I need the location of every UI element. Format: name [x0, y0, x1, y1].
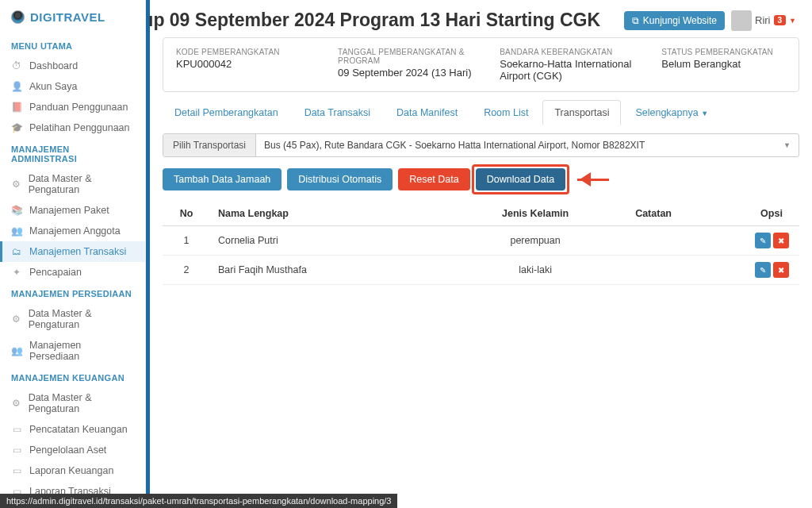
th-nama: Nama Lengkap: [210, 202, 443, 226]
cell-catatan: [627, 226, 744, 256]
cell-kelamin: perempuan: [443, 226, 627, 256]
sidebar-section-title: MANAJEMEN PERSEDIAAN: [0, 283, 145, 303]
nav-anggota[interactable]: 👥Manajemen Anggota: [0, 221, 145, 241]
topbar: ıp 09 September 2024 Program 13 Hari Sta…: [150, 0, 812, 37]
arrow-annotation-icon: [577, 172, 591, 187]
sidebar-section-title: MANAJEMEN KEUANGAN: [0, 367, 145, 387]
nav-master-keu[interactable]: ⚙Data Master & Pengaturan: [0, 387, 145, 419]
cell-kelamin: laki-laki: [443, 256, 627, 285]
nav-lap-keu-label: Laporan Keuangan: [29, 465, 113, 476]
tab-transaksi[interactable]: Data Transaksi: [293, 100, 382, 125]
nav-akun[interactable]: 👤Akun Saya: [0, 76, 145, 97]
th-opsi: Opsi: [744, 202, 799, 226]
nav-master-admin[interactable]: ⚙Data Master & Pengaturan: [0, 168, 145, 200]
nav-pencatatan-label: Pencatatan Keuangan: [29, 424, 128, 435]
info-bandara-label: BANDARA KEBERANGKATAN: [500, 48, 638, 56]
nav-lap-keu[interactable]: ▭Laporan Keuangan: [0, 460, 145, 481]
user-name: Riri: [755, 14, 771, 26]
nav-dashboard-icon: ⏱: [11, 60, 22, 71]
sidebar-section-title: MENU UTAMA: [0, 35, 145, 56]
table-row: 1Cornelia Putriperempuan✎✖: [163, 226, 799, 256]
nav-pencatatan[interactable]: ▭Pencatatan Keuangan: [0, 419, 145, 440]
transport-picker-value: Bus (45 Pax), Rute Bandara CGK - Soekarn…: [264, 140, 645, 151]
transport-select[interactable]: Pilih Transportasi Bus (45 Pax), Rute Ba…: [163, 133, 799, 157]
nav-akun-icon: 👤: [11, 81, 22, 92]
info-tanggal-label: TANGGAL PEMBERANGKATAN & PROGRAM: [338, 48, 476, 65]
edit-icon[interactable]: ✎: [755, 262, 771, 278]
nav-aset[interactable]: ▭Pengelolaan Aset: [0, 440, 145, 460]
brand-icon: [11, 10, 25, 24]
nav-panduan-icon: 📕: [11, 102, 22, 113]
nav-transaksi[interactable]: 🗂Manajemen Transaksi: [0, 241, 145, 262]
nav-transaksi-icon: 🗂: [11, 246, 22, 257]
tab-transportasi[interactable]: Transportasi: [542, 100, 621, 125]
nav-akun-label: Akun Saya: [29, 81, 77, 92]
nav-master-stok-icon: ⚙: [11, 314, 21, 325]
nav-aset-label: Pengelolaan Aset: [29, 444, 106, 456]
nav-persediaan-label: Manajemen Persediaan: [29, 340, 134, 362]
distribusi-otomatis-button[interactable]: Distribusi Otomatis: [287, 168, 393, 190]
jamaah-table: No Nama Lengkap Jenis Kelamin Catatan Op…: [163, 202, 799, 285]
visit-website-label: Kunjungi Website: [643, 15, 717, 26]
delete-icon[interactable]: ✖: [773, 233, 789, 248]
nav-aset-icon: ▭: [11, 444, 22, 456]
table-row: 2Bari Faqih Musthafalaki-laki✎✖: [163, 256, 799, 285]
tabs: Detail Pemberangkatan Data Transaksi Dat…: [163, 100, 799, 125]
nav-lap-keu-icon: ▭: [11, 465, 22, 476]
nav-pencapaian[interactable]: ✦Pencapaian: [0, 262, 145, 283]
nav-master-admin-label: Data Master & Pengaturan: [29, 173, 134, 195]
nav-pencapaian-label: Pencapaian: [29, 267, 82, 278]
browser-statusbar: https://admin.digitravel.id/transaksi/pa…: [0, 494, 397, 508]
nav-transaksi-label: Manajemen Transaksi: [29, 246, 126, 257]
nav-panduan[interactable]: 📕Panduan Penggunaan: [0, 97, 145, 117]
tab-room[interactable]: Room List: [472, 100, 540, 125]
delete-icon[interactable]: ✖: [773, 262, 789, 278]
tab-selengkapnya[interactable]: Selengkapnya ▼: [623, 100, 720, 125]
tambah-jamaah-button[interactable]: Tambah Data Jamaah: [163, 168, 282, 190]
nav-master-keu-label: Data Master & Pengaturan: [29, 392, 134, 414]
visit-website-button[interactable]: ⧉ Kunjungi Website: [624, 11, 725, 30]
edit-icon[interactable]: ✎: [755, 233, 771, 248]
nav-paket[interactable]: 📚Manajemen Paket: [0, 200, 145, 221]
th-no: No: [163, 202, 210, 226]
reset-data-button[interactable]: Reset Data: [398, 168, 470, 190]
nav-pelatihan-icon: 🎓: [11, 122, 22, 133]
nav-pelatihan-label: Pelatihan Penggunaan: [29, 122, 130, 133]
tab-detail[interactable]: Detail Pemberangkatan: [163, 100, 290, 125]
sidebar: DIGITRAVEL MENU UTAMA⏱Dashboard👤Akun Say…: [0, 0, 146, 508]
nav-master-admin-icon: ⚙: [11, 179, 21, 190]
nav-pencapaian-icon: ✦: [11, 267, 22, 278]
user-menu[interactable]: Riri 3 ▼: [731, 10, 796, 31]
nav-dashboard[interactable]: ⏱Dashboard: [0, 56, 145, 76]
cell-no: 2: [163, 256, 210, 285]
brand[interactable]: DIGITRAVEL: [0, 8, 145, 35]
download-data-button[interactable]: Download Data: [476, 168, 565, 190]
tab-manifest[interactable]: Data Manifest: [385, 100, 469, 125]
info-tanggal-value: 09 September 2024 (13 Hari): [338, 67, 476, 79]
nav-anggota-label: Manajemen Anggota: [29, 225, 121, 237]
info-status-label: STATUS PEMBERANGKATAN: [661, 48, 786, 56]
nav-paket-icon: 📚: [11, 205, 22, 216]
nav-master-stok[interactable]: ⚙Data Master & Pengaturan: [0, 303, 145, 335]
info-bandara-value: Soekarno-Hatta International Airport (CG…: [500, 58, 638, 82]
tab-selengkapnya-label: Selengkapnya: [635, 107, 698, 118]
page-title: ıp 09 September 2024 Program 13 Hari Sta…: [148, 10, 618, 31]
nav-paket-label: Manajemen Paket: [29, 205, 109, 216]
nav-anggota-icon: 👥: [11, 225, 22, 237]
chevron-down-icon: ▼: [701, 110, 708, 117]
avatar-icon: [731, 10, 752, 31]
nav-master-stok-label: Data Master & Pengaturan: [29, 308, 134, 330]
th-catatan: Catatan: [627, 202, 744, 226]
nav-persediaan[interactable]: 👥Manajemen Persediaan: [0, 335, 145, 367]
nav-persediaan-icon: 👥: [11, 345, 22, 356]
cell-no: 1: [163, 226, 210, 256]
info-kode-value: KPU000042: [176, 58, 314, 70]
nav-master-keu-icon: ⚙: [11, 398, 21, 409]
nav-pelatihan[interactable]: 🎓Pelatihan Penggunaan: [0, 117, 145, 138]
cell-nama: Cornelia Putri: [210, 226, 443, 256]
info-status-value: Belum Berangkat: [661, 58, 786, 70]
chevron-down-icon: ▼: [789, 17, 796, 25]
info-card: KODE PEMBERANGKATAN KPU000042 TANGGAL PE…: [163, 37, 799, 92]
cell-opsi: ✎✖: [744, 226, 799, 256]
chevron-down-icon: ▼: [783, 141, 791, 149]
